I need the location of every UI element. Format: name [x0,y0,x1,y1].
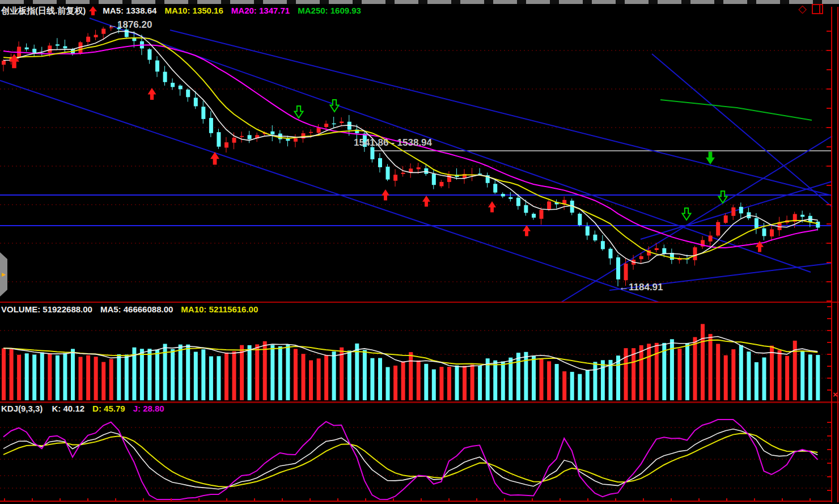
gap-price-label: 1541.86 - 1538.94 [354,137,432,149]
diamond-icon[interactable]: ◇ [798,3,807,14]
trendline-blue [0,81,659,302]
ma250-line [660,100,812,120]
volume-header: VOLUME: 51922688.00MA5: 46666088.00MA10:… [1,304,266,314]
stock-chart-app: 创业板指(日线.前复权) MA5: 1338.64MA10: 1350.16MA… [0,0,839,504]
split-window-divider [819,5,820,13]
kdj-indicator-values: K: 40.12D: 45.79J: 28.80 [52,404,172,413]
indicator-d: D: 45.79 [92,404,125,413]
window-controls: ◇ [798,3,823,14]
main-chart-header: 创业板指(日线.前复权) MA5: 1338.64MA10: 1350.16MA… [1,5,369,16]
indicator-volume: VOLUME: 51922688.00 [1,304,92,314]
left-arrow-icon: ← [108,19,117,30]
indicator-ma250: MA250: 1609.93 [298,6,361,15]
kdj-header: KDJ(9,3,3) K: 40.12D: 45.79J: 28.80 [1,404,172,413]
chart-title: 创业板指(日线.前复权) [1,6,86,15]
candlesticks [2,22,820,286]
left-arrow-icon: ← [619,282,629,293]
buy-signal-arrow-icon [422,196,430,207]
pane-separator [0,401,839,403]
sell-signal-arrow-icon [330,100,339,112]
indicator-j: J: 28.80 [133,404,164,413]
indicator-ma10: MA10: 52115616.00 [181,304,258,314]
sell-signal-arrow-icon [295,106,303,118]
indicator-k: K: 40.12 [52,404,85,413]
trendline-blue [641,181,832,239]
indicator-ma10: MA10: 1350.16 [164,6,223,15]
volume-indicator-values: VOLUME: 51922688.00MA5: 46666088.00MA10:… [1,304,266,314]
indicator-ma5: MA5: 46666088.00 [100,304,173,314]
buy-signal-arrow-icon [382,189,389,201]
sell-signal-arrow-filled-icon [706,152,715,164]
indicator-ma20: MA20: 1347.71 [231,6,290,15]
expand-arrow-icon: ▶ [2,272,6,277]
kdj-name: KDJ(9,3,3) [1,404,43,413]
ma-indicator-values: MA5: 1338.64MA10: 1350.16MA20: 1347.71MA… [103,6,369,15]
chart-canvas[interactable] [0,0,839,504]
volume-bars [2,324,820,401]
high-price-label: ←1876.20 [108,19,152,31]
panel-expander-tab[interactable]: ▶ [0,252,7,297]
buy-signal-arrow-icon [523,225,531,236]
buy-signal-arrow-icon [488,201,496,213]
sell-signal-arrow-icon [683,208,691,220]
indicator-ma5: MA5: 1338.64 [103,6,156,15]
trendline-blue [652,54,832,207]
split-window-icon[interactable] [812,4,823,14]
volume-pane-close-icon[interactable]: × [833,390,838,399]
low-price-label: ←1184.91 [619,282,663,293]
up-arrow-icon [89,6,97,15]
pane-separator [0,302,839,303]
buy-signal-arrow-icon [148,88,156,100]
